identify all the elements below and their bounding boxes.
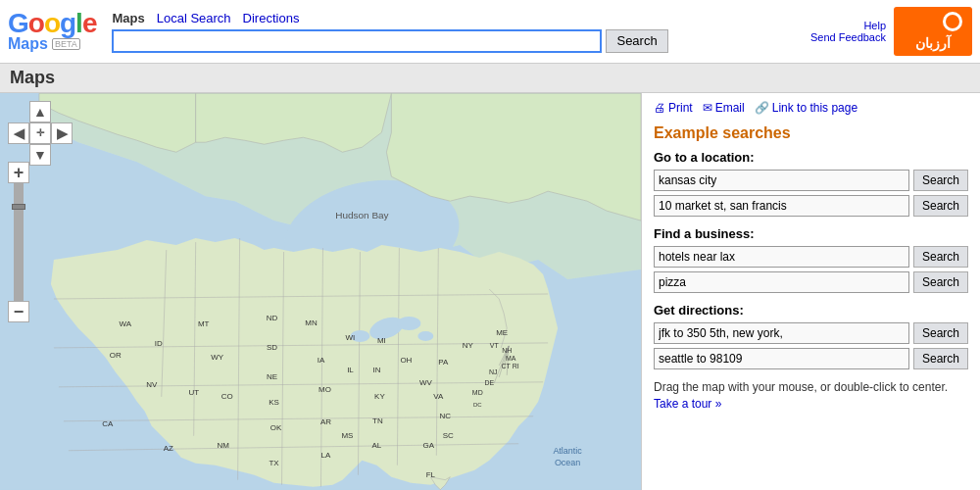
nav-links: Maps Local Search Directions: [112, 11, 802, 25]
directions-search-btn-2[interactable]: Search: [913, 348, 968, 369]
directions-input-2[interactable]: [654, 348, 909, 369]
business-input-2[interactable]: [654, 271, 909, 293]
zoom-thumb[interactable]: [12, 204, 25, 210]
business-search-row-1: Search: [654, 246, 968, 268]
map-svg[interactable]: Hudson Bay Atlantic Ocean Gulf of Mexico…: [0, 93, 641, 490]
business-search-btn-1[interactable]: Search: [913, 246, 968, 268]
svg-text:PA: PA: [438, 358, 449, 367]
pan-up-button[interactable]: ▲: [29, 101, 51, 122]
svg-text:NY: NY: [463, 341, 474, 350]
maps-sub: Maps BETA: [8, 35, 96, 53]
logo-l: l: [75, 8, 82, 38]
goto-label: Go to a location:: [654, 150, 968, 165]
svg-text:IA: IA: [318, 356, 325, 365]
svg-text:AR: AR: [320, 417, 331, 426]
svg-text:GA: GA: [423, 441, 435, 450]
goto-input-1[interactable]: [654, 170, 909, 191]
svg-text:TX: TX: [269, 459, 279, 467]
logo-o2: o: [44, 8, 60, 38]
email-link[interactable]: ✉ Email: [703, 101, 745, 115]
business-search-row-2: Search: [654, 271, 968, 293]
zoom-slider[interactable]: [14, 183, 24, 301]
svg-text:ME: ME: [496, 328, 508, 337]
svg-text:KY: KY: [374, 392, 385, 401]
svg-text:LA: LA: [321, 451, 331, 460]
pan-right-button[interactable]: ▶: [51, 122, 73, 144]
example-searches-title: Example searches: [654, 124, 968, 142]
main-search-button[interactable]: Search: [606, 29, 667, 53]
svg-text:MD: MD: [472, 389, 483, 396]
help-link[interactable]: Help: [863, 20, 886, 31]
email-icon: ✉: [703, 101, 712, 115]
directions-search-btn-1[interactable]: Search: [913, 322, 968, 344]
pan-row: ◀ ✛ ▶: [8, 122, 73, 144]
zoom-controls: + −: [8, 162, 29, 322]
zoom-in-button[interactable]: +: [8, 162, 29, 183]
map-nav-controls: ▲ ◀ ✛ ▶ ▼: [8, 101, 73, 166]
svg-text:WY: WY: [211, 353, 224, 362]
svg-text:NM: NM: [217, 441, 228, 450]
svg-point-18: [417, 331, 433, 341]
directions-input-1[interactable]: [654, 322, 909, 344]
svg-text:IN: IN: [372, 366, 380, 374]
header: Google Maps BETA Maps Local Search Direc…: [0, 0, 980, 64]
goto-input-2[interactable]: [654, 195, 909, 217]
svg-text:AZ: AZ: [164, 444, 173, 453]
svg-point-16: [397, 317, 420, 330]
link-to-page-link[interactable]: 🔗 Link to this page: [755, 101, 858, 115]
svg-text:WI: WI: [346, 333, 356, 342]
svg-text:SC: SC: [443, 431, 454, 440]
watermark-text: آرز‌بان: [915, 35, 951, 51]
svg-text:IL: IL: [347, 366, 354, 374]
svg-text:TN: TN: [372, 416, 383, 425]
main-search-input[interactable]: [112, 29, 602, 53]
svg-text:MA: MA: [506, 355, 516, 362]
logo-g2: g: [60, 8, 75, 38]
goto-section: Go to a location: Search Search: [654, 150, 968, 217]
directions-nav-link[interactable]: Directions: [243, 11, 300, 25]
tour-link[interactable]: Take a tour »: [654, 397, 721, 411]
business-section: Find a business: Search Search: [654, 226, 968, 293]
goto-search-btn-2[interactable]: Search: [913, 195, 968, 217]
business-input-1[interactable]: [654, 246, 909, 268]
search-bar: Search: [112, 29, 802, 53]
svg-text:UT: UT: [188, 388, 199, 397]
google-logo: Google: [8, 10, 96, 37]
send-feedback-link[interactable]: Send Feedback: [810, 31, 886, 43]
pan-down-button[interactable]: ▼: [29, 144, 51, 166]
print-link[interactable]: 🖨 Print: [654, 101, 693, 115]
maps-label: Maps: [8, 35, 48, 53]
goto-search-btn-1[interactable]: Search: [913, 170, 968, 191]
logo-area: Google Maps BETA: [8, 10, 96, 53]
drag-note: Drag the map with your mouse, or double-…: [654, 379, 968, 413]
svg-text:FL: FL: [426, 470, 436, 479]
right-panel: 🖨 Print ✉ Email 🔗 Link to this page Exam…: [642, 93, 980, 490]
svg-text:CA: CA: [102, 419, 114, 428]
pan-left-button[interactable]: ◀: [8, 122, 29, 144]
map-area[interactable]: ▲ ◀ ✛ ▶ ▼ + −: [0, 93, 642, 490]
svg-text:VT: VT: [490, 342, 500, 349]
svg-text:DC: DC: [473, 402, 482, 408]
svg-text:VA: VA: [433, 392, 444, 401]
zoom-out-button[interactable]: −: [8, 301, 29, 322]
nav-search-area: Maps Local Search Directions Search: [112, 11, 802, 53]
page-title-bar: Maps: [0, 64, 980, 93]
local-search-nav-link[interactable]: Local Search: [157, 11, 231, 25]
main-content: ▲ ◀ ✛ ▶ ▼ + −: [0, 93, 980, 490]
business-search-btn-2[interactable]: Search: [913, 271, 968, 293]
watermark: آرز‌بان: [894, 7, 972, 56]
drag-note-text: Drag the map with your mouse, or double-…: [654, 380, 948, 394]
svg-text:MT: MT: [198, 319, 210, 328]
watermark-circle: [943, 12, 962, 31]
page-title: Maps: [10, 68, 55, 87]
directions-label: Get directions:: [654, 303, 968, 318]
pan-center-button[interactable]: ✛: [29, 122, 51, 144]
svg-text:NC: NC: [440, 412, 452, 420]
svg-text:NH: NH: [502, 347, 512, 354]
print-icon: 🖨: [654, 101, 665, 115]
svg-text:CT: CT: [502, 363, 512, 369]
svg-text:WV: WV: [419, 378, 433, 387]
maps-nav-link[interactable]: Maps: [112, 11, 144, 25]
link-icon: 🔗: [755, 101, 769, 115]
directions-section: Get directions: Search Search: [654, 303, 968, 369]
